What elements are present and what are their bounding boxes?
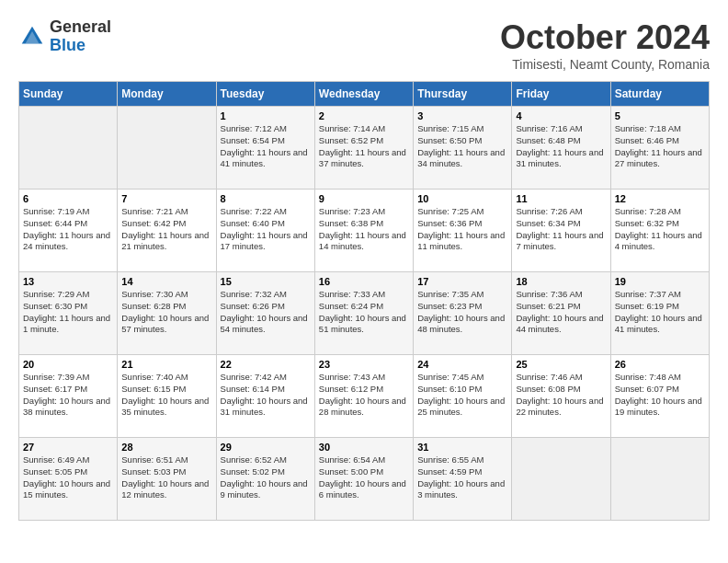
calendar-table: SundayMondayTuesdayWednesdayThursdayFrid… xyxy=(18,81,710,521)
calendar-cell: 16Sunrise: 7:33 AM Sunset: 6:24 PM Dayli… xyxy=(314,272,413,355)
weekday-header: Tuesday xyxy=(216,82,314,107)
calendar-cell: 9Sunrise: 7:23 AM Sunset: 6:38 PM Daylig… xyxy=(314,190,413,272)
day-number: 7 xyxy=(121,193,211,204)
calendar-cell: 27Sunrise: 6:49 AM Sunset: 5:05 PM Dayli… xyxy=(19,438,118,521)
calendar-cell: 2Sunrise: 7:14 AM Sunset: 6:52 PM Daylig… xyxy=(314,107,413,190)
day-number: 17 xyxy=(417,276,507,287)
logo: General Blue xyxy=(18,18,111,55)
day-info: Sunrise: 7:15 AM Sunset: 6:50 PM Dayligh… xyxy=(417,123,507,170)
day-info: Sunrise: 7:39 AM Sunset: 6:17 PM Dayligh… xyxy=(23,372,113,419)
day-info: Sunrise: 6:49 AM Sunset: 5:05 PM Dayligh… xyxy=(23,454,113,501)
day-info: Sunrise: 7:37 AM Sunset: 6:19 PM Dayligh… xyxy=(615,289,705,336)
calendar-cell: 3Sunrise: 7:15 AM Sunset: 6:50 PM Daylig… xyxy=(414,107,512,190)
calendar-cell: 5Sunrise: 7:18 AM Sunset: 6:46 PM Daylig… xyxy=(610,107,709,190)
calendar-cell: 15Sunrise: 7:32 AM Sunset: 6:26 PM Dayli… xyxy=(216,272,314,355)
calendar-cell: 14Sunrise: 7:30 AM Sunset: 6:28 PM Dayli… xyxy=(118,272,216,355)
calendar-cell: 1Sunrise: 7:12 AM Sunset: 6:54 PM Daylig… xyxy=(216,107,314,190)
calendar-cell: 12Sunrise: 7:28 AM Sunset: 6:32 PM Dayli… xyxy=(610,190,709,272)
day-number: 30 xyxy=(319,442,409,453)
month-title: October 2024 xyxy=(500,18,710,57)
day-number: 26 xyxy=(615,359,705,370)
calendar-cell: 21Sunrise: 7:40 AM Sunset: 6:15 PM Dayli… xyxy=(118,355,216,438)
calendar-body: 1Sunrise: 7:12 AM Sunset: 6:54 PM Daylig… xyxy=(19,107,710,521)
day-info: Sunrise: 7:19 AM Sunset: 6:44 PM Dayligh… xyxy=(23,206,113,253)
day-info: Sunrise: 7:42 AM Sunset: 6:14 PM Dayligh… xyxy=(221,372,311,419)
day-number: 22 xyxy=(221,359,311,370)
day-info: Sunrise: 7:45 AM Sunset: 6:10 PM Dayligh… xyxy=(417,372,507,419)
calendar-cell: 7Sunrise: 7:21 AM Sunset: 6:42 PM Daylig… xyxy=(118,190,216,272)
day-info: Sunrise: 7:12 AM Sunset: 6:54 PM Dayligh… xyxy=(221,123,311,170)
calendar-cell: 28Sunrise: 6:51 AM Sunset: 5:03 PM Dayli… xyxy=(118,438,216,521)
day-number: 14 xyxy=(121,276,211,287)
day-number: 8 xyxy=(221,193,311,204)
day-info: Sunrise: 7:28 AM Sunset: 6:32 PM Dayligh… xyxy=(615,206,705,253)
day-number: 27 xyxy=(23,442,113,453)
logo-blue: Blue xyxy=(50,37,111,55)
day-number: 18 xyxy=(516,276,606,287)
day-info: Sunrise: 7:30 AM Sunset: 6:28 PM Dayligh… xyxy=(121,289,211,336)
day-info: Sunrise: 7:26 AM Sunset: 6:34 PM Dayligh… xyxy=(516,206,606,253)
calendar-cell: 26Sunrise: 7:48 AM Sunset: 6:07 PM Dayli… xyxy=(610,355,709,438)
day-info: Sunrise: 6:54 AM Sunset: 5:00 PM Dayligh… xyxy=(319,454,409,501)
calendar-week-row: 6Sunrise: 7:19 AM Sunset: 6:44 PM Daylig… xyxy=(19,190,710,272)
day-info: Sunrise: 7:33 AM Sunset: 6:24 PM Dayligh… xyxy=(319,289,409,336)
logo-general: General xyxy=(50,18,111,37)
weekday-header: Wednesday xyxy=(314,82,413,107)
calendar-cell: 20Sunrise: 7:39 AM Sunset: 6:17 PM Dayli… xyxy=(19,355,118,438)
weekday-header: Thursday xyxy=(414,82,512,107)
day-number: 1 xyxy=(221,110,311,121)
day-info: Sunrise: 7:21 AM Sunset: 6:42 PM Dayligh… xyxy=(121,206,211,253)
calendar-cell: 22Sunrise: 7:42 AM Sunset: 6:14 PM Dayli… xyxy=(216,355,314,438)
day-info: Sunrise: 6:52 AM Sunset: 5:02 PM Dayligh… xyxy=(221,454,311,501)
day-info: Sunrise: 7:23 AM Sunset: 6:38 PM Dayligh… xyxy=(319,206,409,253)
page-header: General Blue October 2024 Timisesti, Nea… xyxy=(18,18,710,72)
day-number: 6 xyxy=(23,193,113,204)
day-number: 10 xyxy=(417,193,507,204)
day-number: 28 xyxy=(121,442,211,453)
day-number: 4 xyxy=(516,110,606,121)
calendar-cell xyxy=(19,107,118,190)
day-number: 29 xyxy=(221,442,311,453)
day-number: 2 xyxy=(319,110,409,121)
day-info: Sunrise: 7:22 AM Sunset: 6:40 PM Dayligh… xyxy=(221,206,311,253)
day-info: Sunrise: 7:43 AM Sunset: 6:12 PM Dayligh… xyxy=(319,372,409,419)
logo-text: General Blue xyxy=(50,18,111,55)
day-info: Sunrise: 7:18 AM Sunset: 6:46 PM Dayligh… xyxy=(615,123,705,170)
day-info: Sunrise: 7:29 AM Sunset: 6:30 PM Dayligh… xyxy=(23,289,113,336)
day-number: 31 xyxy=(417,442,507,453)
weekday-header: Saturday xyxy=(610,82,709,107)
day-info: Sunrise: 6:51 AM Sunset: 5:03 PM Dayligh… xyxy=(121,454,211,501)
day-number: 19 xyxy=(615,276,705,287)
calendar-cell xyxy=(118,107,216,190)
day-number: 23 xyxy=(319,359,409,370)
calendar-week-row: 13Sunrise: 7:29 AM Sunset: 6:30 PM Dayli… xyxy=(19,272,710,355)
day-info: Sunrise: 7:25 AM Sunset: 6:36 PM Dayligh… xyxy=(417,206,507,253)
day-number: 16 xyxy=(319,276,409,287)
day-number: 13 xyxy=(23,276,113,287)
day-number: 3 xyxy=(417,110,507,121)
calendar-cell: 30Sunrise: 6:54 AM Sunset: 5:00 PM Dayli… xyxy=(314,438,413,521)
day-number: 21 xyxy=(121,359,211,370)
logo-icon xyxy=(18,23,46,51)
calendar-week-row: 20Sunrise: 7:39 AM Sunset: 6:17 PM Dayli… xyxy=(19,355,710,438)
weekday-header: Sunday xyxy=(19,82,118,107)
calendar-cell: 8Sunrise: 7:22 AM Sunset: 6:40 PM Daylig… xyxy=(216,190,314,272)
day-info: Sunrise: 7:14 AM Sunset: 6:52 PM Dayligh… xyxy=(319,123,409,170)
day-info: Sunrise: 7:32 AM Sunset: 6:26 PM Dayligh… xyxy=(221,289,311,336)
calendar-cell: 10Sunrise: 7:25 AM Sunset: 6:36 PM Dayli… xyxy=(414,190,512,272)
day-info: Sunrise: 7:16 AM Sunset: 6:48 PM Dayligh… xyxy=(516,123,606,170)
title-block: October 2024 Timisesti, Neamt County, Ro… xyxy=(500,18,710,72)
day-number: 20 xyxy=(23,359,113,370)
calendar-cell: 31Sunrise: 6:55 AM Sunset: 4:59 PM Dayli… xyxy=(414,438,512,521)
calendar-cell: 17Sunrise: 7:35 AM Sunset: 6:23 PM Dayli… xyxy=(414,272,512,355)
calendar-cell: 29Sunrise: 6:52 AM Sunset: 5:02 PM Dayli… xyxy=(216,438,314,521)
calendar-cell xyxy=(610,438,709,521)
day-number: 24 xyxy=(417,359,507,370)
calendar-cell: 18Sunrise: 7:36 AM Sunset: 6:21 PM Dayli… xyxy=(512,272,610,355)
day-info: Sunrise: 7:40 AM Sunset: 6:15 PM Dayligh… xyxy=(121,372,211,419)
weekday-header: Friday xyxy=(512,82,610,107)
calendar-week-row: 27Sunrise: 6:49 AM Sunset: 5:05 PM Dayli… xyxy=(19,438,710,521)
day-info: Sunrise: 7:46 AM Sunset: 6:08 PM Dayligh… xyxy=(516,372,606,419)
calendar-week-row: 1Sunrise: 7:12 AM Sunset: 6:54 PM Daylig… xyxy=(19,107,710,190)
calendar-cell: 13Sunrise: 7:29 AM Sunset: 6:30 PM Dayli… xyxy=(19,272,118,355)
